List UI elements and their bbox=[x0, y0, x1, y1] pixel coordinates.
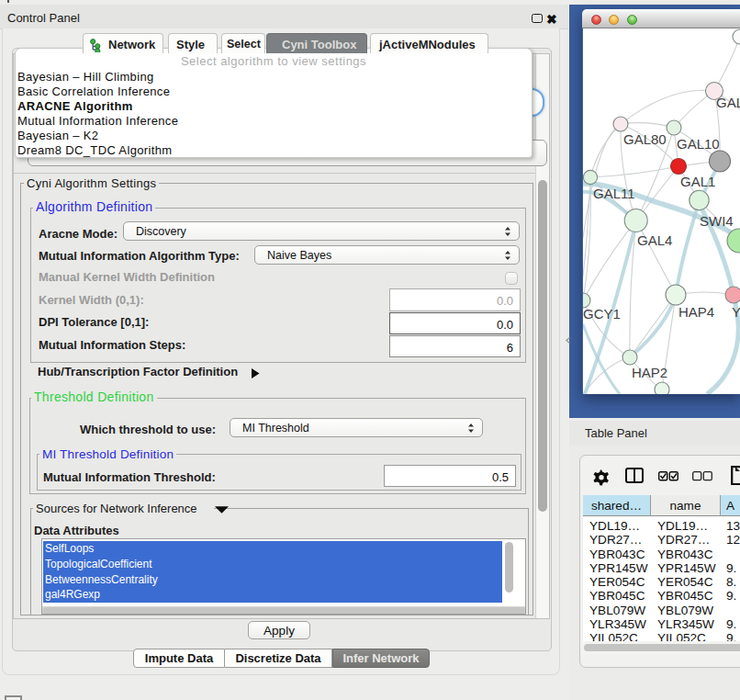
svg-text:GAL11: GAL11 bbox=[593, 186, 635, 201]
svg-text:HAP2: HAP2 bbox=[632, 365, 667, 380]
svg-text:GAL10: GAL10 bbox=[677, 136, 720, 152]
svg-text:GAL4: GAL4 bbox=[637, 232, 672, 248]
svg-text:HAP4: HAP4 bbox=[678, 304, 714, 320]
svg-text:GAL80: GAL80 bbox=[623, 131, 667, 147]
svg-text:GAL: GAL bbox=[716, 95, 740, 110]
svg-text:GAL1: GAL1 bbox=[680, 174, 715, 189]
svg-text:Y: Y bbox=[732, 304, 740, 320]
svg-text:GCY1: GCY1 bbox=[583, 306, 621, 322]
svg-text:SWI4: SWI4 bbox=[700, 213, 734, 229]
